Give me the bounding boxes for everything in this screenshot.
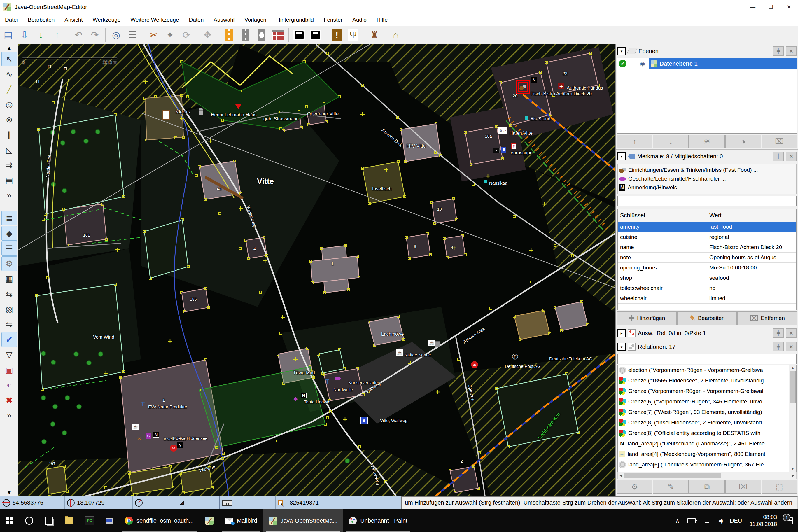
scroll-left-icon[interactable]: ◀ (618, 473, 624, 477)
menu-bearbeiten[interactable]: Bearbeiten (23, 17, 59, 23)
lasso-tool-button[interactable]: ∿ (1, 67, 17, 81)
relation-filter-input[interactable] (618, 354, 797, 364)
relation-item[interactable]: Grenze[6] ("Vorpommern-Rügen", 346 Eleme… (618, 396, 789, 407)
building-way[interactable] (444, 236, 465, 258)
road-gray-button[interactable] (238, 27, 253, 43)
map-render[interactable] (18, 44, 615, 496)
close-icon[interactable]: ✕ (786, 328, 797, 338)
tag-row[interactable]: shopseafood (618, 273, 796, 283)
delete-tool-button[interactable]: ⊗ (1, 112, 17, 127)
relation-item[interactable]: Grenze ("Vorpommern-Rügen - Vorpommern-G… (618, 386, 789, 396)
conflicts-panel-toggle-button[interactable]: ⇋ (1, 317, 17, 331)
layer-up-button[interactable]: ↑ (617, 135, 652, 148)
search-presets-button[interactable]: ◎ (109, 27, 124, 43)
layers-panel-toggle-button[interactable]: ≣ (1, 211, 17, 226)
maximize-button[interactable]: ❐ (762, 0, 780, 14)
add-tag-button[interactable]: ✚Hinzufügen (617, 311, 677, 325)
pin-icon[interactable]: ╪ (773, 342, 784, 352)
zoom-tool-button[interactable]: ◎ (1, 97, 17, 112)
split-way-button[interactable]: ✂ (146, 27, 161, 43)
warning-button[interactable]: ! (329, 27, 344, 43)
taskbar-putty[interactable] (100, 509, 119, 532)
tag-row[interactable]: opening_hoursMo-Su 10:00-18:00 (618, 263, 796, 273)
authors-panel-toggle-button[interactable]: ▧ (1, 302, 17, 317)
mappaint-panel-toggle-button[interactable]: ▦ (1, 271, 17, 286)
road-orange-button[interactable] (221, 27, 236, 43)
layers-list[interactable]: ✔ ◉ Datenebene 1 (617, 58, 797, 134)
road-crossing-button[interactable] (254, 27, 269, 43)
taskbar-paint[interactable]: Unbenannt - Paint (343, 509, 413, 532)
close-icon[interactable]: ✕ (786, 46, 797, 56)
history-panel-toggle-button[interactable]: ⇆ (1, 287, 17, 301)
building-way[interactable] (182, 288, 209, 312)
more-panels-button[interactable]: » (1, 408, 17, 423)
menu-weitere-werkzeuge[interactable]: Weitere Werkzeuge (126, 17, 184, 23)
undo-button[interactable]: ↶ (71, 27, 86, 43)
preset-link[interactable]: Einrichtungen/Essen & Trinken/Imbiss (Fa… (619, 166, 795, 174)
menu-datei[interactable]: Datei (0, 17, 23, 23)
tag-row[interactable]: amenityfast_food (618, 222, 796, 232)
bus-button[interactable] (308, 27, 323, 43)
expand-icon[interactable]: ▸ (618, 329, 626, 337)
close-icon[interactable]: ✕ (786, 342, 797, 352)
scrollbar-thumb[interactable] (790, 371, 796, 403)
relation-item[interactable]: Grenze[8] ("Insel Hiddensee", 2 Elemente… (618, 417, 789, 428)
building-way[interactable] (401, 124, 441, 162)
parallel-way-tool-button[interactable]: ∥ (1, 128, 17, 142)
layer-merge-button[interactable]: ≋ (689, 135, 725, 148)
building-way[interactable] (39, 115, 124, 214)
extrude-tool-button[interactable]: ◺ (1, 142, 17, 157)
tag-row[interactable]: cuisineregional (618, 232, 796, 242)
select-tool-button[interactable]: ↖ (1, 52, 17, 66)
map-canvas[interactable]: 0 30.0 m ⊓⊓⊓♀♂✚NF☕☕✉✆BT✱NT☕∞CN✉NKlecksHe… (18, 44, 615, 496)
tag-row[interactable]: noteOpening hours as of Augus... (618, 252, 796, 263)
layer-active-check-icon[interactable]: ✔ (619, 60, 627, 68)
duplicate-relation-button[interactable]: ⧉ (689, 480, 725, 494)
relation-item[interactable]: land_area[6] ("Landkreis Vorpommern-Rüge… (618, 459, 789, 470)
pin-icon[interactable]: ╪ (773, 328, 784, 338)
taskbar-chrome[interactable]: sendfile_osm_oauth... (119, 509, 200, 532)
menu-ansicht[interactable]: Ansicht (59, 17, 88, 23)
car-button[interactable] (292, 27, 307, 43)
close-icon[interactable]: ✕ (786, 152, 797, 161)
relation-item[interactable]: Grenze ("18565 Hiddensee", 2 Elemente, u… (618, 375, 789, 386)
merge-tool-button[interactable]: ⇉ (1, 158, 17, 172)
move-tool-button[interactable]: ✥ (200, 27, 215, 43)
relations-list[interactable]: election ("Vorpommern-Rügen - Vorpommern… (618, 365, 797, 472)
taskbar-search[interactable] (19, 509, 39, 532)
tag-row[interactable]: toilets:wheelchairno (618, 283, 796, 293)
layer-visibility-eye-icon[interactable]: ◉ (640, 60, 645, 67)
upload-data-button[interactable]: ↑ (50, 27, 65, 43)
tag-row[interactable]: nameFisch-Bistro Achtern Dieck 20 (618, 242, 796, 252)
edit-tag-button[interactable]: ✎Bearbeiten (677, 311, 737, 325)
issues-panel-toggle-button[interactable]: ✖ (1, 393, 17, 407)
relation-item[interactable]: ≈≈land_area[4] ("Mecklenburg-Vorpommern"… (618, 449, 789, 459)
more-tools-button[interactable]: » (1, 188, 17, 203)
layer-delete-button[interactable]: ⌧ (762, 135, 797, 148)
factory-button[interactable]: ⌂ (388, 27, 403, 43)
tag-filter-input[interactable] (618, 196, 797, 206)
pin-icon[interactable]: ╪ (773, 152, 784, 161)
wall-button[interactable] (270, 27, 286, 43)
download-data-button[interactable]: ↓ (33, 27, 49, 43)
filter-panel-toggle-button[interactable]: ▽ (1, 347, 17, 362)
relation-item[interactable]: Grenze[8] ("Official entity according to… (618, 428, 789, 438)
collapse-icon[interactable]: ▾ (618, 343, 626, 351)
notifications-icon[interactable]: 1 (784, 517, 793, 524)
vertical-scrollbar[interactable]: ▲ ▼ (789, 365, 796, 472)
validator-panel-toggle-button[interactable]: ✔ (1, 332, 17, 347)
scroll-right-icon[interactable]: ▶ (790, 473, 796, 477)
select-relation-button[interactable]: ⬚ (762, 480, 797, 494)
minimize-button[interactable]: — (744, 0, 762, 14)
taskbar-pycharm[interactable]: PC (79, 509, 100, 532)
tray-expand-icon[interactable]: ∧ (676, 517, 680, 524)
scrollbar-thumb[interactable] (624, 473, 721, 478)
new-file-button[interactable]: ▤ (1, 27, 16, 43)
building-way[interactable] (145, 95, 184, 140)
tags-panel-toggle-button[interactable]: ◆ (1, 226, 17, 241)
relations-panel-toggle-button[interactable]: ⚙ (1, 256, 17, 271)
building-way[interactable] (63, 204, 107, 245)
draw-node-tool-button[interactable]: ╱ (1, 82, 17, 97)
taskbar-taskview[interactable] (39, 509, 59, 532)
pin-icon[interactable]: ╪ (773, 46, 784, 56)
